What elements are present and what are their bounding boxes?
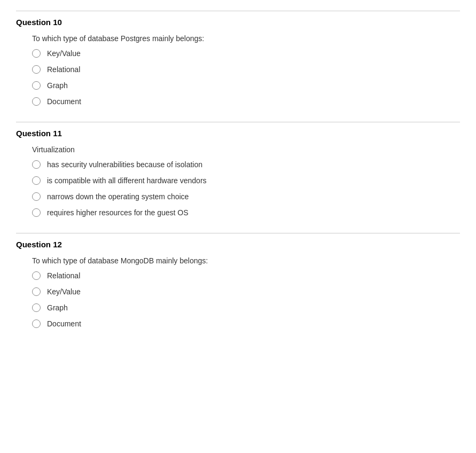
option-label-q11-3: requires higher resources for the guest …: [47, 208, 189, 217]
question-text-q12: To which type of database MongoDB mainly…: [32, 256, 460, 265]
question-title-q11: Question 11: [16, 129, 62, 138]
option-item-q11-3[interactable]: requires higher resources for the guest …: [32, 208, 460, 217]
question-text-q10: To which type of database Postgres mainl…: [32, 34, 460, 43]
question-title-q12: Question 12: [16, 240, 62, 249]
option-item-q10-0[interactable]: Key/Value: [32, 49, 460, 58]
question-body-q11: Virtualizationhas security vulnerabiliti…: [16, 145, 460, 217]
question-stem-q11: Virtualization: [32, 145, 460, 154]
option-label-q12-1: Key/Value: [47, 287, 81, 296]
option-item-q10-2[interactable]: Graph: [32, 81, 460, 90]
option-item-q11-1[interactable]: is compatible with all different hardwar…: [32, 176, 460, 185]
question-block-q10: Question 10To which type of database Pos…: [16, 11, 460, 106]
option-label-q10-0: Key/Value: [47, 49, 81, 58]
radio-circle-q10-1[interactable]: [32, 65, 41, 74]
option-item-q12-2[interactable]: Graph: [32, 303, 460, 312]
option-item-q10-3[interactable]: Document: [32, 97, 460, 106]
question-body-q10: To which type of database Postgres mainl…: [16, 34, 460, 106]
option-label-q11-1: is compatible with all different hardwar…: [47, 176, 207, 185]
radio-circle-q12-0[interactable]: [32, 271, 41, 280]
radio-circle-q10-0[interactable]: [32, 49, 41, 58]
radio-circle-q11-3[interactable]: [32, 208, 41, 217]
option-label-q10-1: Relational: [47, 65, 80, 74]
question-body-q12: To which type of database MongoDB mainly…: [16, 256, 460, 328]
radio-circle-q10-3[interactable]: [32, 97, 41, 106]
question-header-q11: Question 11: [16, 122, 460, 138]
option-label-q10-2: Graph: [47, 81, 68, 90]
option-item-q11-0[interactable]: has security vulnerabilities because of …: [32, 160, 460, 169]
option-item-q12-1[interactable]: Key/Value: [32, 287, 460, 296]
option-list-q10: Key/ValueRelationalGraphDocument: [32, 49, 460, 106]
question-header-q10: Question 10: [16, 11, 460, 27]
radio-circle-q11-2[interactable]: [32, 192, 41, 201]
radio-circle-q11-1[interactable]: [32, 176, 41, 185]
option-label-q12-0: Relational: [47, 271, 80, 280]
question-title-q10: Question 10: [16, 18, 62, 27]
option-label-q12-3: Document: [47, 319, 81, 328]
question-header-q12: Question 12: [16, 233, 460, 249]
option-label-q10-3: Document: [47, 97, 81, 106]
radio-circle-q12-3[interactable]: [32, 319, 41, 328]
option-label-q12-2: Graph: [47, 303, 68, 312]
option-item-q12-0[interactable]: Relational: [32, 271, 460, 280]
radio-circle-q12-2[interactable]: [32, 303, 41, 312]
option-list-q11: has security vulnerabilities because of …: [32, 160, 460, 217]
option-item-q12-3[interactable]: Document: [32, 319, 460, 328]
question-block-q11: Question 11Virtualizationhas security vu…: [16, 122, 460, 217]
option-item-q10-1[interactable]: Relational: [32, 65, 460, 74]
radio-circle-q12-1[interactable]: [32, 287, 41, 296]
option-label-q11-2: narrows down the operating system choice: [47, 192, 189, 201]
radio-circle-q10-2[interactable]: [32, 81, 41, 90]
question-block-q12: Question 12To which type of database Mon…: [16, 233, 460, 328]
option-label-q11-0: has security vulnerabilities because of …: [47, 160, 202, 169]
option-list-q12: RelationalKey/ValueGraphDocument: [32, 271, 460, 328]
page-container: Question 10To which type of database Pos…: [0, 0, 476, 355]
option-item-q11-2[interactable]: narrows down the operating system choice: [32, 192, 460, 201]
radio-circle-q11-0[interactable]: [32, 160, 41, 169]
